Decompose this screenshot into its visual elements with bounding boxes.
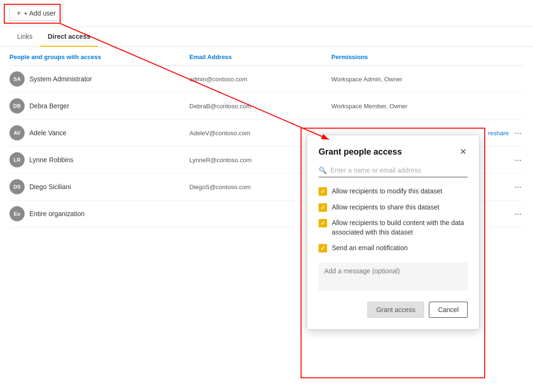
avatar: DB: [9, 98, 25, 113]
avatar: SA: [9, 71, 25, 87]
more-options-button[interactable]: ···: [513, 127, 524, 139]
checkbox-item: ✓ Allow recipients to build content with…: [319, 218, 468, 237]
user-name: Lynne Robbins: [29, 156, 73, 164]
checkbox-email[interactable]: ✓: [319, 244, 327, 253]
tabs-container: Links Direct access: [0, 27, 533, 47]
checkbox-modify[interactable]: ✓: [319, 187, 327, 196]
user-name: Adele Vance: [29, 129, 66, 137]
user-name: Entire organization: [29, 210, 85, 218]
user-name: Diego Siciliani: [29, 183, 71, 191]
check-mark: ✓: [320, 220, 325, 226]
avatar: DS: [9, 179, 25, 194]
top-bar: + + Add user: [0, 0, 533, 27]
search-icon: 🔍: [319, 166, 327, 174]
checkbox-item: ✓ Allow recipients to share this dataset: [319, 203, 468, 212]
action-cell: ···: [513, 208, 524, 220]
cancel-button[interactable]: Cancel: [429, 302, 468, 318]
plus-icon: +: [17, 9, 21, 17]
user-cell: SA System Administrator: [9, 71, 189, 87]
permission-cell: Workspace Admin, Owner: [331, 76, 524, 83]
check-mark: ✓: [320, 204, 325, 211]
avatar: Eo: [9, 206, 25, 221]
permission-cell: Workspace Member, Owner: [331, 103, 524, 110]
checkbox-label-email: Send an email notification: [332, 244, 408, 253]
dialog-footer: Grant access Cancel: [319, 302, 468, 318]
action-cell: ···: [513, 154, 524, 166]
checkbox-item: ✓ Allow recipients to modify this datase…: [319, 187, 468, 196]
checkbox-label-build: Allow recipients to build content with t…: [332, 218, 468, 237]
action-cell: reshare ···: [488, 127, 524, 139]
tab-links[interactable]: Links: [9, 27, 40, 47]
reshare-link[interactable]: reshare: [488, 130, 509, 137]
checkbox-label-share: Allow recipients to share this dataset: [332, 203, 439, 212]
add-user-label: + Add user: [24, 9, 55, 17]
more-options-button[interactable]: ···: [513, 154, 524, 166]
search-input[interactable]: [330, 166, 468, 174]
grant-access-button[interactable]: Grant access: [367, 302, 424, 318]
user-cell: DB Debra Berger: [9, 98, 189, 113]
more-options-button[interactable]: ···: [513, 181, 524, 193]
message-textarea[interactable]: [319, 262, 468, 291]
header-people: People and groups with access: [9, 53, 189, 61]
user-cell: AV Adele Vance: [9, 125, 189, 140]
user-cell: DS Diego Siciliani: [9, 179, 189, 194]
user-cell: LR Lynne Robbins: [9, 152, 189, 167]
avatar: LR: [9, 152, 25, 167]
dialog-header: Grant people access ✕: [319, 147, 468, 157]
checkbox-item: ✓ Send an email notification: [319, 244, 468, 253]
header-email: Email Address: [189, 53, 331, 61]
tab-direct-access[interactable]: Direct access: [40, 27, 98, 47]
more-options-button[interactable]: ···: [513, 208, 524, 220]
header-permissions: Permissions: [331, 53, 524, 61]
email-cell: admin@contoso.com: [189, 76, 331, 83]
dialog-close-button[interactable]: ✕: [459, 147, 468, 157]
table-row: DB Debra Berger DebraB@contoso.com Works…: [9, 93, 524, 120]
action-cell: ···: [513, 181, 524, 193]
page-container: + + Add user Links Direct access People …: [0, 0, 533, 392]
add-user-button[interactable]: + + Add user: [9, 6, 63, 21]
search-container: 🔍: [319, 166, 468, 177]
table-row: SA System Administrator admin@contoso.co…: [9, 66, 524, 93]
checkbox-label-modify: Allow recipients to modify this dataset: [332, 187, 442, 196]
grant-access-dialog: Grant people access ✕ 🔍 ✓ Allow recipien…: [307, 135, 480, 330]
check-mark: ✓: [320, 188, 325, 195]
user-name: Debra Berger: [29, 102, 69, 110]
check-mark: ✓: [320, 245, 325, 252]
avatar: AV: [9, 125, 25, 140]
table-header: People and groups with access Email Addr…: [9, 47, 524, 66]
checkbox-group: ✓ Allow recipients to modify this datase…: [319, 187, 468, 253]
user-cell: Eo Entire organization: [9, 206, 189, 221]
dialog-title: Grant people access: [319, 147, 402, 157]
user-name: System Administrator: [29, 75, 92, 83]
checkbox-share[interactable]: ✓: [319, 203, 327, 212]
checkbox-build[interactable]: ✓: [319, 219, 327, 227]
email-cell: DebraB@contoso.com: [189, 103, 331, 110]
